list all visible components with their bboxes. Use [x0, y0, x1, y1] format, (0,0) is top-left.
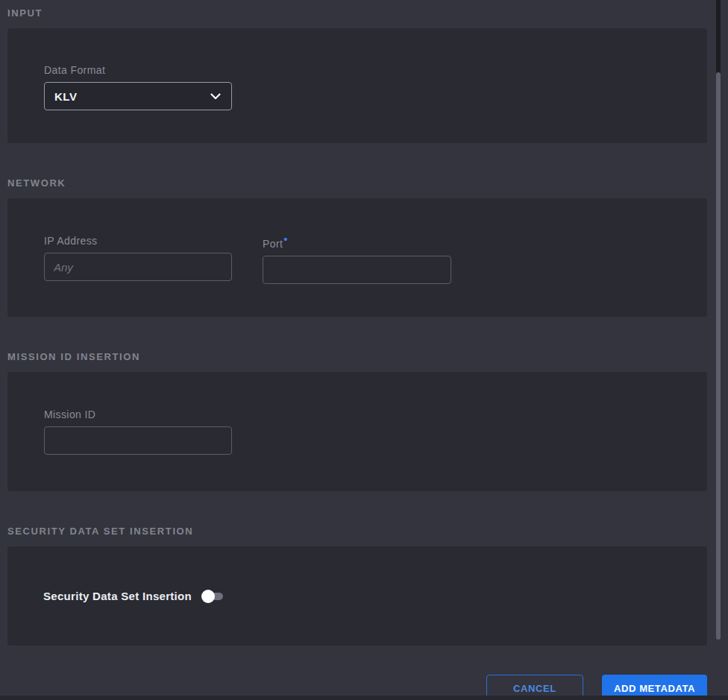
data-format-selected-value: KLV — [54, 90, 77, 103]
security-toggle-row: Security Data Set Insertion — [43, 590, 223, 603]
toggle-knob — [201, 590, 215, 603]
data-format-label: Data Format — [44, 65, 707, 76]
port-field-group: Port• — [263, 236, 451, 317]
ip-address-input[interactable] — [44, 253, 232, 281]
input-section-panel: Data Format KLV — [7, 28, 707, 143]
data-format-select[interactable]: KLV — [44, 82, 232, 110]
ip-address-label: IP Address — [44, 236, 232, 247]
port-input[interactable] — [263, 256, 451, 284]
port-label: Port• — [263, 236, 451, 250]
ip-address-field-group: IP Address — [44, 236, 232, 317]
security-toggle-switch[interactable] — [201, 590, 223, 603]
scrollbar-track[interactable] — [716, 0, 721, 75]
section-header-network: NETWORK — [7, 177, 728, 189]
security-toggle-label: Security Data Set Insertion — [43, 590, 192, 602]
network-section-panel: IP Address Port• — [7, 198, 707, 317]
chevron-down-icon — [210, 93, 221, 100]
mission-id-input[interactable] — [44, 426, 232, 455]
scrollbar-thumb[interactable] — [716, 72, 721, 640]
section-header-mission-id: MISSION ID INSERTION — [7, 351, 728, 362]
port-label-text: Port — [263, 238, 283, 250]
dialog-bottom-edge — [0, 696, 728, 700]
section-header-input: INPUT — [7, 7, 728, 19]
required-indicator-icon: • — [283, 233, 288, 245]
security-section-panel: Security Data Set Insertion — [7, 546, 707, 646]
form-content: INPUT Data Format KLV NETWORK IP Address… — [0, 0, 728, 700]
section-header-security: SECURITY DATA SET INSERTION — [7, 526, 728, 537]
mission-id-section-panel: Mission ID — [7, 372, 707, 491]
mission-id-label: Mission ID — [44, 409, 707, 420]
